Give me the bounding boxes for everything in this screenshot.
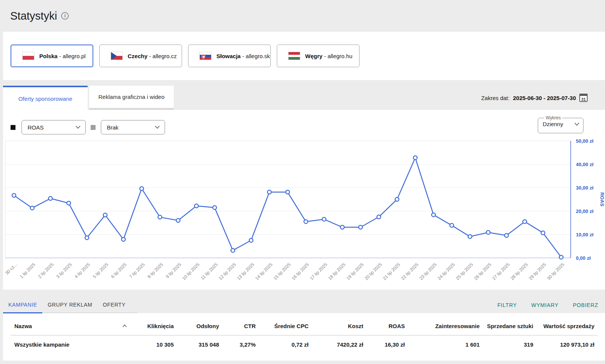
x-axis-tick-label: 2 lip 2025 (37, 262, 55, 279)
x-axis-tick-label: 27 lip 2025 (491, 262, 511, 281)
czech-flag-icon (111, 52, 123, 60)
column-header-ods-ony[interactable]: Odsłony (177, 313, 222, 336)
data-point (432, 213, 435, 217)
table-row: Wszystkie kampanie10 305315 0483,27%0,72… (11, 336, 597, 353)
data-point (140, 187, 144, 190)
table-cell: 319 (483, 336, 536, 353)
column-header-zainteresowanie[interactable]: Zainteresowanie (408, 313, 483, 336)
data-point (377, 215, 381, 219)
x-axis-tick-label: 15 lip 2025 (272, 262, 292, 281)
data-point (249, 239, 253, 242)
data-point (322, 217, 326, 221)
x-axis-tick-label: 12 lip 2025 (218, 262, 237, 281)
markets-band: Polska - allegro.pl Czechy - allegro.cz … (3, 32, 605, 80)
filters-button[interactable]: FILTRY (497, 302, 517, 308)
tab-oferty-sponsorowane[interactable]: Oferty sponsorowane (3, 86, 88, 110)
table-cell: 120 973,10 zł (536, 336, 597, 353)
column-header-warto-sprzeda-y[interactable]: Wartość sprzedaży (536, 313, 597, 336)
chevron-down-icon (76, 124, 80, 129)
y-axis-tick-label: 10,00 zł (576, 232, 594, 238)
tab-kampanie[interactable]: KAMPANIE (3, 298, 42, 313)
y-axis-tick-label: 50,00 zł (576, 138, 594, 144)
data-point (359, 225, 363, 229)
x-axis-tick-label: 16 lip 2025 (291, 262, 310, 281)
data-point (267, 190, 271, 194)
table-cell: 0,72 zł (259, 336, 312, 353)
primary-series-swatch (11, 125, 15, 130)
data-point (49, 197, 52, 201)
data-point (122, 238, 125, 241)
x-axis-tick-label: 8 lip 2025 (147, 262, 164, 279)
page-header: Statystyki i (0, 0, 605, 32)
market-name: Węgry (305, 53, 323, 59)
table-actions: FILTRY WYMIARY POBIERZ (497, 302, 598, 313)
campaigns-table: NazwaKliknięciaOdsłonyCTRŚrednie CPCKosz… (11, 313, 597, 353)
data-point (505, 233, 508, 237)
market-button-czechy[interactable]: Czechy - allegro.cz (99, 45, 182, 67)
secondary-metric-select[interactable]: Brak (101, 120, 165, 134)
data-point (414, 156, 417, 160)
chevron-down-icon (155, 124, 160, 129)
x-axis-tick-label: 30 lip 2025 (546, 262, 566, 281)
date-range-value: 2025-06-30 - 2025-07-30 (513, 95, 576, 101)
x-axis-tick-label: 20 lip 2025 (364, 262, 383, 281)
slovakia-flag-icon (199, 52, 211, 60)
x-axis-tick-label: 10 lip 2025 (181, 262, 201, 281)
table-cell: 7420,22 zł (312, 336, 366, 353)
data-point (85, 236, 89, 240)
y-axis-tick-label: 40,00 zł (576, 162, 594, 167)
column-header-klikni-cia[interactable]: Kliknięcia (131, 313, 177, 336)
campaigns-table-card: NazwaKliknięciaOdsłonyCTRŚrednie CPCKosz… (3, 313, 605, 361)
data-point (286, 190, 290, 194)
data-point (231, 248, 235, 252)
column-header-koszt[interactable]: Koszt (312, 313, 366, 336)
y-axis-tick-label: 20,00 zł (576, 208, 594, 214)
primary-metric-select[interactable]: ROAS (22, 120, 86, 134)
column-header-nazwa[interactable]: Nazwa (11, 313, 131, 336)
x-axis-tick-label: 22 lip 2025 (400, 262, 420, 281)
y-axis-tick-label: 30,00 zł (576, 185, 594, 191)
data-point (67, 201, 71, 205)
market-name: Polska (39, 53, 57, 59)
x-axis-tick-label: 17 lip 2025 (309, 262, 329, 281)
x-axis-tick-label: 19 lip 2025 (345, 262, 365, 281)
column-header--rednie-cpc[interactable]: Średnie CPC (259, 313, 312, 336)
date-range-picker[interactable]: Zakres dat: 2025-06-30 - 2025-07-30 31 (481, 86, 588, 110)
dimensions-button[interactable]: WYMIARY (531, 302, 559, 308)
roas-daily-line-chart: 0,00 zł10,00 zł20,00 zł30,00 zł40,00 zł5… (3, 137, 605, 288)
tab-reklama-graficzna-i-wideo[interactable]: Reklama graficzna i wideo (89, 86, 174, 110)
calendar-icon[interactable]: 31 (579, 94, 588, 102)
column-header-roas[interactable]: ROAS (366, 313, 408, 336)
market-button-slowacja[interactable]: Słowacja - allegro.sk (188, 45, 271, 67)
sort-ascending-icon (122, 324, 127, 329)
data-point (30, 206, 34, 210)
market-button-wegry[interactable]: Węgry - allegro.hu (277, 45, 360, 67)
table-body: Wszystkie kampanie10 305315 0483,27%0,72… (11, 336, 597, 353)
x-axis-tick-label: 26 lip 2025 (473, 262, 493, 281)
data-point (103, 213, 107, 217)
data-point (523, 220, 526, 224)
data-point (559, 255, 563, 259)
column-header-sprzedane-sztuki[interactable]: Sprzedane sztuki (483, 313, 536, 336)
tab-grupy-reklam[interactable]: GRUPY REKLAM (42, 298, 97, 313)
ad-type-tabstrip: Oferty sponsorowane Reklama graficzna i … (3, 86, 605, 110)
table-cell: 315 048 (177, 336, 222, 353)
x-axis-tick-label: 4 lip 2025 (74, 262, 91, 279)
chart-granularity-select[interactable]: Wykres Dzienny (538, 115, 583, 133)
download-button[interactable]: POBIERZ (573, 302, 598, 308)
data-point (304, 220, 308, 224)
table-toolbar: KAMPANIE GRUPY REKLAM OFERTY FILTRY WYMI… (3, 290, 605, 313)
table-cell: 10 305 (131, 336, 177, 353)
data-point (340, 225, 344, 229)
column-header-ctr[interactable]: CTR (222, 313, 259, 336)
data-point (176, 219, 180, 222)
y-axis-tick-label: 0,00 zł (576, 255, 591, 261)
tab-oferty[interactable]: OFERTY (97, 298, 131, 313)
x-axis-tick-label: 5 lip 2025 (92, 262, 110, 279)
market-button-polska[interactable]: Polska - allegro.pl (11, 45, 93, 67)
info-icon[interactable]: i (61, 12, 69, 20)
x-axis-tick-label: 30 cz... (4, 262, 18, 276)
y-axis-title: ROAS (599, 192, 605, 207)
data-point (486, 230, 490, 234)
x-axis-tick-label: 14 lip 2025 (254, 262, 274, 281)
